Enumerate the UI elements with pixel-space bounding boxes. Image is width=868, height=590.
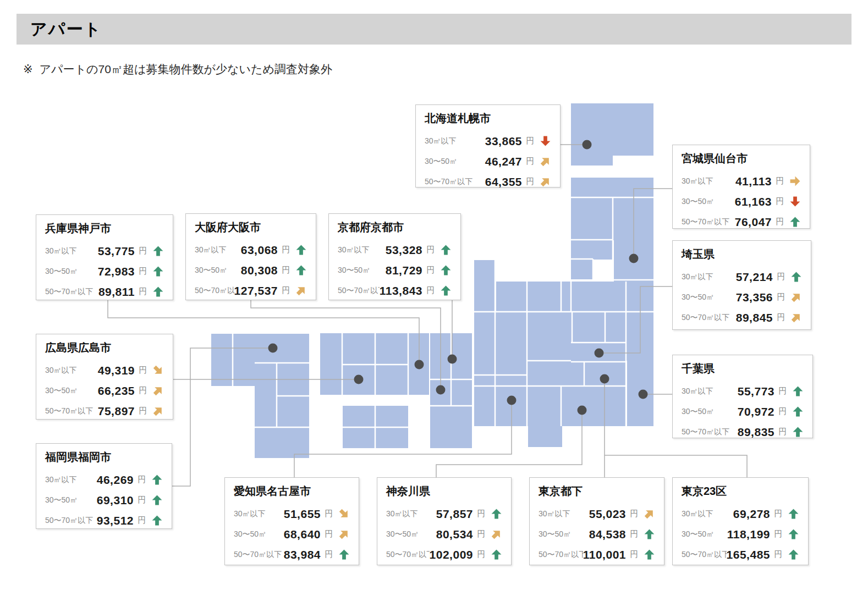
price-value: 46,247 [485, 155, 522, 168]
price-row: 50〜70㎡以下64,355円 [425, 172, 551, 192]
size-label: 30㎡以下 [234, 509, 284, 519]
price-value: 76,047 [735, 216, 772, 229]
price-row: 50〜70㎡以下89,835円 [682, 422, 804, 442]
price-card-kyoto: 京都府京都市30㎡以下53,328円30〜50㎡81,729円50〜70㎡以下1… [328, 213, 461, 300]
page-title: アパート [17, 14, 102, 45]
card-title: 京都府京都市 [338, 220, 452, 235]
size-label: 30㎡以下 [682, 387, 738, 396]
card-title: 埼玉県 [682, 247, 802, 262]
up-arrow-icon [788, 528, 799, 540]
up-arrow-icon [152, 245, 164, 257]
yen-unit: 円 [477, 529, 486, 539]
map-region-rect [571, 260, 592, 279]
price-value: 89,811 [98, 285, 135, 299]
page-title-bar: アパート [17, 14, 851, 45]
up-arrow-icon [792, 426, 804, 438]
up-right-arrow-icon [152, 405, 164, 417]
card-title: 北海道札幌市 [425, 111, 551, 126]
price-value: 41,113 [735, 175, 772, 188]
up-arrow-icon [152, 266, 164, 277]
price-value: 81,729 [386, 264, 422, 277]
up-right-arrow-icon [152, 385, 164, 396]
up-arrow-icon [440, 244, 452, 256]
size-label: 30㎡以下 [195, 245, 241, 255]
price-row: 50〜70㎡以下76,047円 [682, 212, 801, 232]
yen-unit: 円 [138, 515, 147, 526]
price-row: 30〜50㎡66,235円 [45, 381, 164, 401]
size-label: 30㎡以下 [45, 366, 98, 376]
price-row: 30〜50㎡72,983円 [45, 261, 164, 282]
size-label: 30〜50㎡ [682, 407, 738, 417]
yen-unit: 円 [526, 156, 535, 167]
price-row: 30〜50㎡61,163円 [682, 191, 801, 212]
up-right-arrow-icon [790, 312, 802, 323]
price-row: 30〜50㎡81,729円 [338, 260, 452, 280]
price-row: 30㎡以下49,319円 [45, 360, 164, 381]
yen-unit: 円 [776, 217, 785, 227]
up-arrow-icon [644, 528, 655, 540]
price-value: 46,269 [97, 473, 134, 487]
card-title: 宮城県仙台市 [682, 151, 801, 166]
size-label: 30㎡以下 [425, 136, 485, 146]
price-value: 127,537 [234, 284, 278, 297]
yen-unit: 円 [138, 475, 147, 485]
price-value: 69,278 [733, 508, 770, 521]
yen-unit: 円 [630, 509, 639, 519]
size-label: 30〜50㎡ [682, 530, 727, 539]
card-title: 千葉県 [682, 361, 804, 376]
down-arrow-icon [540, 135, 551, 147]
price-value: 55,023 [589, 508, 626, 521]
price-row: 30㎡以下55,023円 [539, 504, 655, 524]
up-arrow-icon [151, 474, 163, 486]
up-arrow-icon [491, 508, 502, 520]
price-row: 30〜50㎡70,972円 [682, 401, 804, 422]
size-label: 50〜70㎡以下 [682, 427, 738, 437]
yen-unit: 円 [139, 385, 148, 396]
yen-unit: 円 [526, 177, 535, 187]
price-row: 50〜70㎡以下89,811円 [45, 282, 164, 302]
map-region-rect [474, 260, 495, 312]
price-row: 30〜50㎡84,538円 [539, 524, 655, 544]
note-reference-mark: ※ [23, 63, 33, 75]
price-value: 75,897 [98, 405, 135, 418]
price-row: 30〜50㎡46,247円 [425, 151, 551, 172]
up-arrow-icon [295, 244, 307, 256]
price-row: 50〜70㎡以下93,512円 [45, 510, 163, 531]
yen-unit: 円 [778, 386, 788, 396]
yen-unit: 円 [778, 406, 788, 417]
up-right-arrow-icon [295, 285, 307, 296]
price-value: 72,983 [98, 265, 135, 278]
price-row: 30〜50㎡73,356円 [682, 287, 802, 307]
price-value: 53,328 [386, 244, 422, 257]
up-right-arrow-icon [644, 508, 655, 520]
price-value: 113,843 [380, 284, 422, 297]
up-arrow-icon [788, 508, 799, 520]
price-card-fukuoka: 福岡県福岡市30㎡以下46,269円30〜50㎡69,310円50〜70㎡以下9… [36, 443, 172, 529]
price-value: 83,984 [284, 548, 321, 561]
price-row: 50〜70㎡以下165,485円 [682, 544, 799, 565]
size-label: 30㎡以下 [539, 509, 589, 519]
price-row: 30㎡以下57,214円 [682, 267, 802, 287]
yen-unit: 円 [139, 406, 148, 416]
map-region-rect [571, 178, 653, 240]
price-value: 73,356 [736, 291, 773, 304]
map-region-rect [430, 333, 472, 448]
price-row: 30㎡以下57,857円 [386, 504, 502, 524]
yen-unit: 円 [282, 285, 291, 296]
price-value: 61,163 [735, 195, 772, 208]
price-card-tokyo-23ku: 東京23区30㎡以下69,278円30〜50㎡118,199円50〜70㎡以下1… [672, 477, 809, 565]
up-arrow-icon [788, 549, 799, 560]
map-region-rect [255, 334, 309, 458]
size-label: 50〜70㎡以下 [45, 287, 98, 297]
price-row: 30〜50㎡80,308円 [195, 260, 307, 280]
yen-unit: 円 [477, 549, 486, 560]
price-value: 64,355 [485, 175, 522, 189]
up-arrow-icon [792, 406, 804, 417]
size-label: 30㎡以下 [45, 475, 97, 485]
price-card-kobe: 兵庫県神戸市30㎡以下53,775円30〜50㎡72,983円50〜70㎡以下8… [36, 214, 173, 300]
apartment-rent-map-page: アパート ※アパートの70㎡超は募集物件数が少ないため調査対象外 北海道札幌市3… [0, 0, 868, 590]
price-value: 51,655 [284, 508, 321, 521]
yen-unit: 円 [325, 549, 334, 560]
up-arrow-icon [644, 549, 655, 560]
price-row: 30㎡以下41,113円 [682, 171, 801, 191]
